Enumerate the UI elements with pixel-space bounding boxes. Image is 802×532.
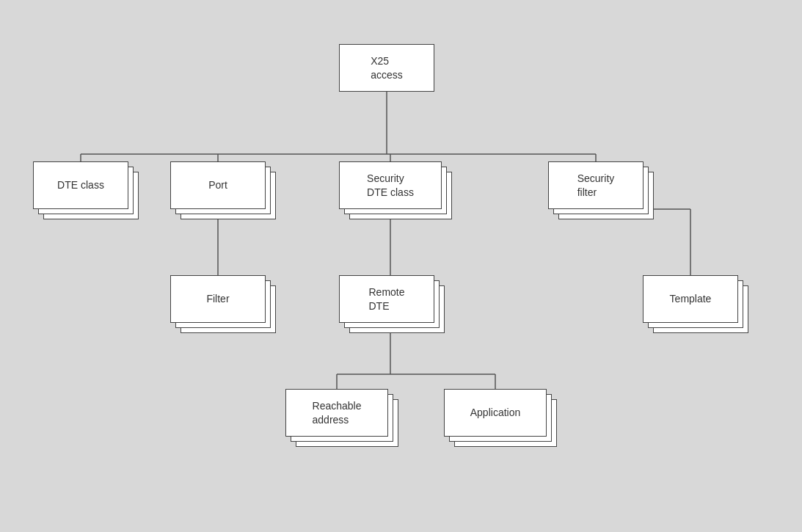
node-security-dte-label: SecurityDTE class [367,172,414,198]
node-remote-dte: RemoteDTE [339,275,434,323]
node-x25: X25access [339,44,434,92]
node-reachable: Reachableaddress [285,389,388,437]
diagram: X25access DTE class Port Securit [0,0,802,532]
node-port: Port [170,161,266,209]
node-security-filter-label: Securityfilter [577,172,615,198]
node-filter-label: Filter [206,292,229,305]
node-dte-class: DTE class [33,161,128,209]
node-remote-dte-label: RemoteDTE [368,285,404,312]
node-security-dte: SecurityDTE class [339,161,442,209]
node-reachable-label: Reachableaddress [313,399,362,426]
node-filter: Filter [170,275,266,323]
node-template-label: Template [670,292,712,305]
node-application-label: Application [470,406,521,419]
node-application: Application [444,389,547,437]
node-dte-class-label: DTE class [57,178,104,192]
node-port-label: Port [208,178,227,192]
node-x25-label: X25access [371,54,403,81]
node-template: Template [643,275,738,323]
node-security-filter: Securityfilter [548,161,644,209]
